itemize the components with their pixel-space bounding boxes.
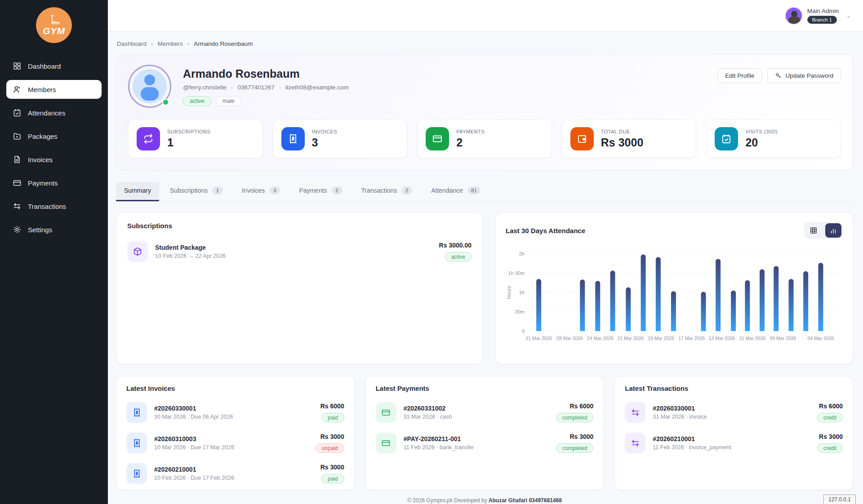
- member-username: @ferry.christelle: [183, 84, 227, 91]
- stat-value: 3: [312, 136, 338, 149]
- latest-transactions-card: Latest Transactions #20260330001 31 Mar …: [614, 376, 853, 490]
- transaction-amount: Rs 3000: [819, 433, 843, 440]
- svg-text:1h: 1h: [519, 290, 525, 295]
- browser-status-url: 127.0.0.1: [823, 495, 856, 504]
- payment-id: #20260331002: [404, 405, 556, 412]
- stat-value: 20: [745, 136, 777, 149]
- gender-badge: male: [216, 96, 241, 106]
- edit-profile-button[interactable]: Edit Profile: [717, 68, 762, 83]
- tab-summary[interactable]: Summary: [116, 182, 159, 201]
- credit-card-icon: [381, 438, 391, 448]
- invoice-meta: 30 Mar 2026 · Due 06 Apr 2026: [154, 414, 320, 420]
- invoice-row[interactable]: #20260310003 10 Mar 2026 · Due 17 Mar 20…: [126, 433, 344, 453]
- stat-visits: VISITS (30D) 20: [706, 119, 841, 158]
- breadcrumb-dashboard[interactable]: Dashboard: [117, 40, 147, 47]
- stat-value: Rs 3000: [601, 136, 644, 149]
- sidebar-item-label: Dashboard: [28, 62, 61, 70]
- key-icon: [775, 72, 782, 79]
- transaction-amount: Rs 6000: [819, 402, 843, 410]
- receipt-icon: [132, 469, 142, 478]
- invoice-row[interactable]: #20260330001 30 Mar 2026 · Due 06 Apr 20…: [126, 402, 344, 423]
- payment-id: #PAY-20260211-001: [404, 435, 556, 442]
- stat-invoices: INVOICES 3: [273, 119, 408, 158]
- document-icon: [13, 155, 22, 164]
- member-name: Armando Rosenbaum: [183, 67, 717, 80]
- stat-payments: PAYMENTS 2: [417, 119, 552, 158]
- stat-total-due: TOTAL DUE Rs 3000: [562, 119, 697, 158]
- payment-row[interactable]: #PAY-20260211-001 11 Feb 2026 · bank_tra…: [376, 433, 594, 453]
- tab-attendance[interactable]: Attendance 81: [423, 182, 489, 201]
- invoice-id: #20260310003: [154, 435, 316, 442]
- tab-count-badge: 2: [401, 186, 412, 195]
- stat-value: 1: [167, 136, 210, 149]
- tab-count-badge: 3: [269, 186, 280, 195]
- sidebar-item-invoices[interactable]: Invoices: [6, 150, 102, 169]
- subscription-row[interactable]: Student Package 10 Feb 2026 → 22 Apr 202…: [127, 241, 472, 262]
- sidebar-item-label: Transactions: [28, 203, 66, 210]
- online-status-dot: [162, 99, 169, 106]
- invoice-id: #20260330001: [154, 405, 320, 412]
- transaction-meta: 11 Feb 2026 · invoice_payment: [653, 444, 817, 451]
- breadcrumb: Dashboard › Members › Armando Rosenbaum: [117, 40, 853, 47]
- invoice-status-badge: unpaid: [316, 443, 344, 453]
- subscription-status-badge: active: [445, 252, 472, 261]
- tab-subscriptions[interactable]: Subscriptions 1: [162, 182, 231, 201]
- sidebar-item-settings[interactable]: Settings: [6, 220, 102, 239]
- stat-value: 2: [456, 136, 485, 149]
- subscription-amount: Rs 3000.00: [439, 242, 472, 249]
- svg-text:2h: 2h: [519, 251, 525, 256]
- update-password-button[interactable]: Update Password: [767, 68, 841, 83]
- bar-chart-icon: [829, 226, 837, 234]
- credit-card-icon: [381, 408, 391, 417]
- svg-text:13 Mar 2026: 13 Mar 2026: [708, 336, 735, 341]
- receipt-icon: [132, 438, 142, 448]
- payment-row[interactable]: #20260331002 31 Mar 2026 · cash Rs 6000 …: [376, 402, 594, 423]
- sidebar-item-label: Packages: [28, 133, 58, 140]
- breadcrumb-members[interactable]: Members: [157, 40, 182, 47]
- sidebar-item-payments[interactable]: Payments: [6, 173, 102, 192]
- payment-meta: 11 Feb 2026 · bank_transfer: [404, 444, 556, 451]
- repeat-icon: [143, 133, 154, 144]
- tab-invoices[interactable]: Invoices 3: [234, 182, 288, 201]
- sidebar-item-transactions[interactable]: Transactions: [6, 197, 102, 216]
- sidebar-item-attendances[interactable]: Attendances: [6, 103, 102, 122]
- invoice-status-badge: paid: [321, 474, 344, 483]
- transaction-row[interactable]: #20260210001 11 Feb 2026 · invoice_payme…: [625, 433, 843, 453]
- attendance-chart-title: Last 30 Days Attendance: [506, 227, 585, 234]
- svg-text:1h 30m: 1h 30m: [508, 270, 525, 276]
- dot-separator: ·: [231, 84, 233, 91]
- sidebar-item-members[interactable]: Members: [6, 80, 102, 99]
- transaction-meta: 31 Mar 2026 · invoice: [653, 414, 817, 420]
- sidebar-item-label: Invoices: [28, 156, 53, 164]
- subscription-name: Student Package: [155, 244, 439, 251]
- svg-text:31 Mar 2026: 31 Mar 2026: [525, 336, 552, 341]
- gym-logo: GYM: [36, 7, 72, 43]
- stat-label: INVOICES: [312, 129, 338, 134]
- payment-meta: 31 Mar 2026 · cash: [404, 414, 556, 420]
- svg-text:24 Mar 2026: 24 Mar 2026: [587, 336, 614, 341]
- tab-count-badge: 2: [332, 186, 343, 195]
- members-icon: [13, 85, 22, 94]
- sidebar-item-packages[interactable]: Packages: [6, 127, 102, 146]
- table-view-button[interactable]: [805, 223, 822, 238]
- svg-text:0: 0: [522, 328, 525, 334]
- tab-payments[interactable]: Payments 2: [291, 182, 350, 201]
- invoice-row[interactable]: #20260210001 10 Feb 2026 · Due 17 Feb 20…: [126, 463, 344, 484]
- gear-icon: [13, 225, 22, 234]
- latest-payments-card: Latest Payments #20260331002 31 Mar 2026…: [365, 376, 604, 490]
- user-menu[interactable]: Main Admin Branch 1 ⌄: [785, 7, 851, 25]
- sidebar-item-dashboard[interactable]: Dashboard: [6, 57, 102, 75]
- chart-view-button[interactable]: [825, 223, 841, 238]
- invoice-amount: Rs 3000: [320, 433, 344, 440]
- attendance-bar-chart[interactable]: 2h1h 30m1h30m0Hours31 Mar 202628 Mar 202…: [506, 243, 843, 358]
- tab-label: Transactions: [361, 187, 397, 194]
- tab-transactions[interactable]: Transactions 2: [353, 182, 421, 201]
- latest-invoices-card: Latest Invoices #20260330001 30 Mar 2026…: [116, 376, 355, 490]
- invoice-amount: Rs 3000: [320, 464, 344, 471]
- invoice-status-badge: paid: [321, 413, 344, 422]
- svg-text:09 Mar 2026: 09 Mar 2026: [770, 336, 796, 341]
- transfer-arrows-icon: [13, 202, 22, 211]
- member-contact: @ferry.christelle · 03677401267 · lizeth…: [183, 84, 717, 91]
- transaction-row[interactable]: #20260330001 31 Mar 2026 · invoice Rs 60…: [625, 402, 843, 423]
- latest-invoices-title: Latest Invoices: [126, 385, 344, 392]
